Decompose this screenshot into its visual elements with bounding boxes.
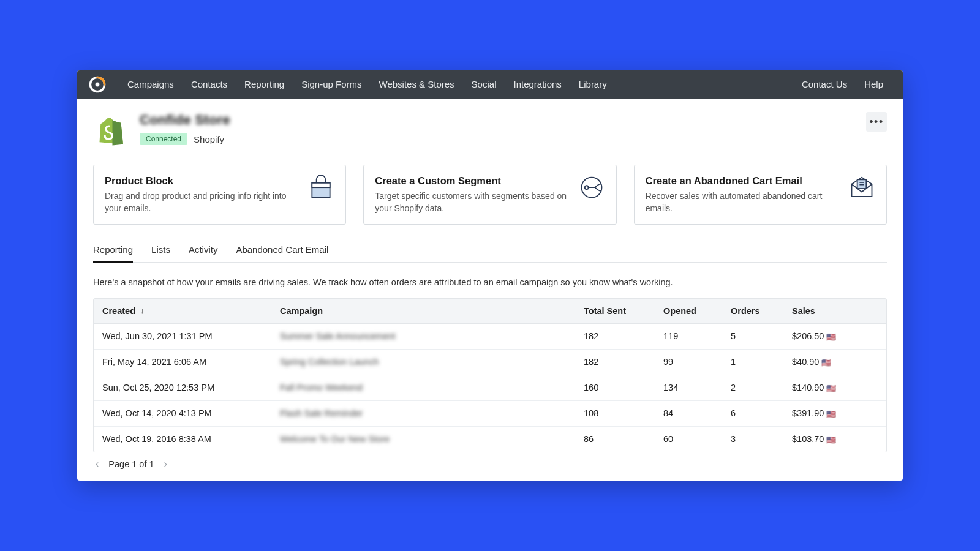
nav-websites-stores[interactable]: Websites & Stores xyxy=(371,70,463,99)
nav-social[interactable]: Social xyxy=(463,70,505,99)
flag-icon: 🇺🇸 xyxy=(826,384,836,393)
col-total-sent[interactable]: Total Sent xyxy=(584,306,663,316)
card-product-block[interactable]: Product Block Drag and drop product and … xyxy=(93,165,346,225)
next-page-button[interactable]: › xyxy=(164,459,167,470)
svg-point-2 xyxy=(100,78,104,81)
nav-contact-us[interactable]: Contact Us xyxy=(793,70,856,99)
store-name: Confide Store xyxy=(140,112,230,128)
card-title: Create an Abandoned Cart Email xyxy=(646,175,840,187)
cell-orders: 1 xyxy=(731,357,792,367)
cell-opened: 119 xyxy=(663,331,731,341)
reporting-table: Created ↓ Campaign Total Sent Opened Ord… xyxy=(93,298,887,452)
cell-sales: $206.50🇺🇸 xyxy=(792,331,878,342)
nav-signup-forms[interactable]: Sign-up Forms xyxy=(293,70,370,99)
top-nav: Campaigns Contacts Reporting Sign-up For… xyxy=(77,70,903,99)
status-badge: Connected xyxy=(140,133,187,145)
card-desc: Drag and drop product and pricing info r… xyxy=(105,190,299,214)
svg-point-1 xyxy=(96,83,100,87)
segment-icon xyxy=(578,175,605,200)
more-actions-button[interactable]: ••• xyxy=(866,112,887,132)
cell-total-sent: 108 xyxy=(584,408,663,418)
svg-rect-4 xyxy=(312,183,330,187)
table-header-row: Created ↓ Campaign Total Sent Opened Ord… xyxy=(94,299,886,324)
col-orders[interactable]: Orders xyxy=(731,306,792,316)
cell-sales: $140.90🇺🇸 xyxy=(792,383,878,393)
col-opened[interactable]: Opened xyxy=(663,306,731,316)
col-sales[interactable]: Sales xyxy=(792,306,878,316)
action-cards: Product Block Drag and drop product and … xyxy=(93,165,887,225)
cell-opened: 60 xyxy=(663,434,731,444)
tab-reporting[interactable]: Reporting xyxy=(93,239,133,262)
cell-opened: 134 xyxy=(663,383,731,392)
cell-orders: 5 xyxy=(731,331,792,341)
sub-tabs: Reporting Lists Activity Abandoned Cart … xyxy=(93,239,887,263)
cell-created: Wed, Oct 14, 2020 4:13 PM xyxy=(102,408,280,418)
cell-sales: $103.70🇺🇸 xyxy=(792,434,878,444)
cell-campaign: Welcome To Our New Store xyxy=(280,434,584,444)
cell-orders: 6 xyxy=(731,408,792,418)
card-custom-segment[interactable]: Create a Custom Segment Target specific … xyxy=(363,165,616,225)
snapshot-description: Here's a snapshot of how your emails are… xyxy=(93,276,887,290)
cell-sales: $391.90🇺🇸 xyxy=(792,408,878,419)
flag-icon: 🇺🇸 xyxy=(826,435,836,444)
card-title: Create a Custom Segment xyxy=(375,175,569,187)
cell-orders: 2 xyxy=(731,383,792,392)
cell-sales: $40.90🇺🇸 xyxy=(792,357,878,367)
cell-campaign: Fall Promo Weekend xyxy=(280,383,584,392)
cell-created: Fri, May 14, 2021 6:06 AM xyxy=(102,357,280,367)
nav-library[interactable]: Library xyxy=(570,70,616,99)
cell-total-sent: 182 xyxy=(584,357,663,367)
cell-campaign: Spring Collection Launch xyxy=(280,357,584,367)
table-row[interactable]: Sun, Oct 25, 2020 12:53 PM Fall Promo We… xyxy=(94,375,886,401)
prev-page-button[interactable]: ‹ xyxy=(96,459,99,470)
flag-icon: 🇺🇸 xyxy=(821,358,831,367)
table-row[interactable]: Wed, Jun 30, 2021 1:31 PM Summer Sale An… xyxy=(94,324,886,350)
cell-orders: 3 xyxy=(731,434,792,444)
cell-campaign: Summer Sale Announcement xyxy=(280,331,584,341)
col-created[interactable]: Created ↓ xyxy=(102,306,280,316)
col-created-label: Created xyxy=(102,306,135,316)
shopify-icon xyxy=(93,113,127,148)
ellipsis-icon: ••• xyxy=(869,116,883,127)
cell-opened: 99 xyxy=(663,357,731,367)
cell-created: Wed, Oct 19, 2016 8:38 AM xyxy=(102,434,280,444)
shopping-bag-icon xyxy=(307,175,334,200)
nav-campaigns[interactable]: Campaigns xyxy=(119,70,183,99)
nav-help[interactable]: Help xyxy=(856,70,892,99)
card-desc: Target specific customers with segments … xyxy=(375,190,569,214)
envelope-icon xyxy=(848,175,875,200)
flag-icon: 🇺🇸 xyxy=(826,410,836,419)
cell-total-sent: 86 xyxy=(584,434,663,444)
table-row[interactable]: Wed, Oct 19, 2016 8:38 AM Welcome To Our… xyxy=(94,427,886,452)
nav-reporting[interactable]: Reporting xyxy=(236,70,293,99)
card-desc: Recover sales with automated abandoned c… xyxy=(646,190,840,214)
cell-campaign: Flash Sale Reminder xyxy=(280,408,584,418)
col-campaign[interactable]: Campaign xyxy=(280,306,584,316)
pagination: ‹ Page 1 of 1 › xyxy=(93,452,887,472)
card-title: Product Block xyxy=(105,175,299,187)
cell-opened: 84 xyxy=(663,408,731,418)
tab-lists[interactable]: Lists xyxy=(151,239,170,262)
nav-integrations[interactable]: Integrations xyxy=(505,70,570,99)
cell-total-sent: 182 xyxy=(584,331,663,341)
brand-logo-icon[interactable] xyxy=(88,75,107,94)
sort-desc-icon: ↓ xyxy=(140,306,145,315)
integration-header: Confide Store Connected Shopify ••• xyxy=(93,112,887,148)
platform-name: Shopify xyxy=(194,134,224,144)
cell-created: Sun, Oct 25, 2020 12:53 PM xyxy=(102,383,280,392)
card-abandoned-cart[interactable]: Create an Abandoned Cart Email Recover s… xyxy=(634,165,887,225)
table-row[interactable]: Wed, Oct 14, 2020 4:13 PM Flash Sale Rem… xyxy=(94,401,886,427)
nav-contacts[interactable]: Contacts xyxy=(183,70,236,99)
cell-created: Wed, Jun 30, 2021 1:31 PM xyxy=(102,331,280,341)
pagination-label: Page 1 of 1 xyxy=(108,459,154,469)
tab-activity[interactable]: Activity xyxy=(189,239,218,262)
app-frame: Campaigns Contacts Reporting Sign-up For… xyxy=(77,70,903,481)
cell-total-sent: 160 xyxy=(584,383,663,392)
flag-icon: 🇺🇸 xyxy=(826,332,836,342)
tab-abandoned-cart[interactable]: Abandoned Cart Email xyxy=(236,239,328,262)
table-row[interactable]: Fri, May 14, 2021 6:06 AM Spring Collect… xyxy=(94,350,886,375)
